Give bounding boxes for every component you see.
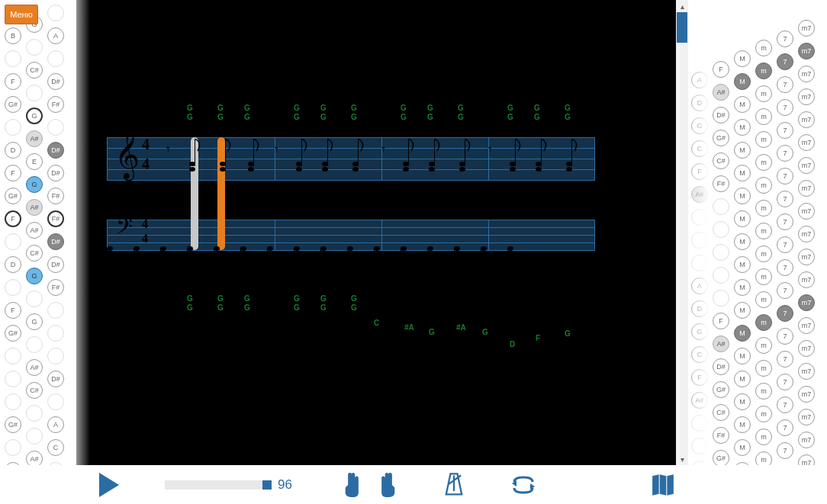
- right-button[interactable]: 7: [777, 374, 793, 390]
- right-button[interactable]: M: [734, 416, 751, 433]
- right-button[interactable]: m: [755, 154, 772, 171]
- tempo-slider[interactable]: [165, 480, 272, 490]
- right-button[interactable]: D#: [713, 107, 729, 124]
- right-button[interactable]: M: [734, 210, 751, 227]
- right-button[interactable]: [691, 255, 708, 271]
- right-button[interactable]: 7: [777, 191, 793, 207]
- right-button[interactable]: m7: [798, 20, 815, 37]
- left-button[interactable]: D: [5, 142, 21, 159]
- left-button[interactable]: A: [47, 416, 64, 433]
- left-button[interactable]: [26, 428, 43, 445]
- left-button[interactable]: [26, 291, 43, 307]
- left-button[interactable]: [5, 233, 21, 250]
- right-button[interactable]: [691, 438, 708, 454]
- right-button[interactable]: C#: [713, 404, 729, 421]
- left-button[interactable]: [47, 50, 64, 67]
- left-button[interactable]: G: [26, 313, 43, 330]
- right-button[interactable]: m7: [798, 134, 815, 151]
- left-button[interactable]: [47, 119, 64, 136]
- right-button[interactable]: m7: [798, 317, 815, 334]
- left-button[interactable]: G#: [5, 188, 21, 204]
- right-button[interactable]: D: [691, 95, 708, 111]
- right-button[interactable]: 7: [777, 305, 793, 322]
- right-button[interactable]: M: [734, 439, 751, 456]
- left-button[interactable]: D#: [47, 142, 64, 159]
- right-button[interactable]: [713, 221, 729, 238]
- right-button[interactable]: m: [755, 360, 772, 377]
- right-button[interactable]: 7: [777, 122, 793, 139]
- right-button[interactable]: 7: [777, 259, 793, 276]
- right-button[interactable]: F: [713, 61, 729, 78]
- right-button[interactable]: 7: [777, 145, 793, 162]
- view-mode-button[interactable]: [651, 473, 675, 497]
- left-button[interactable]: A#: [26, 199, 43, 216]
- left-button[interactable]: [47, 348, 64, 364]
- right-button[interactable]: D: [691, 300, 708, 317]
- right-button[interactable]: M: [734, 348, 751, 364]
- right-button[interactable]: m: [755, 200, 772, 217]
- right-button[interactable]: m: [755, 63, 772, 79]
- right-button[interactable]: A: [691, 72, 708, 88]
- right-button[interactable]: M: [734, 233, 751, 250]
- scroll-track[interactable]: [676, 12, 688, 453]
- right-hand-toggle[interactable]: [376, 473, 397, 497]
- right-button[interactable]: m7: [798, 271, 815, 288]
- left-button[interactable]: A#: [26, 130, 43, 147]
- right-button[interactable]: m7: [798, 363, 815, 380]
- left-button[interactable]: D#: [47, 256, 64, 273]
- left-button[interactable]: D#: [47, 233, 64, 250]
- right-button[interactable]: D#: [713, 358, 729, 375]
- left-button[interactable]: [47, 302, 64, 319]
- left-button[interactable]: F: [5, 210, 21, 227]
- right-button[interactable]: A#: [691, 186, 708, 203]
- right-button[interactable]: M: [734, 302, 751, 319]
- left-button[interactable]: C: [47, 439, 64, 456]
- left-button[interactable]: F: [5, 302, 21, 319]
- right-button[interactable]: G: [691, 323, 708, 340]
- right-button[interactable]: m: [755, 383, 772, 400]
- right-button[interactable]: A#: [691, 392, 708, 409]
- right-button[interactable]: G#: [713, 381, 729, 398]
- right-button[interactable]: m7: [798, 111, 815, 128]
- right-button[interactable]: m7: [798, 249, 815, 265]
- left-button[interactable]: [26, 405, 43, 422]
- right-button[interactable]: m: [755, 131, 772, 148]
- right-button[interactable]: M: [734, 393, 751, 410]
- left-button[interactable]: D#: [47, 371, 64, 387]
- right-button[interactable]: m7: [798, 43, 815, 59]
- left-button[interactable]: F#: [47, 96, 64, 113]
- right-button[interactable]: G#: [713, 450, 729, 467]
- right-button[interactable]: C: [691, 346, 708, 363]
- left-button[interactable]: A#: [26, 359, 43, 376]
- right-button[interactable]: m: [755, 40, 772, 56]
- right-button[interactable]: [713, 267, 729, 284]
- right-button[interactable]: M: [734, 325, 751, 342]
- left-button[interactable]: A#: [26, 222, 43, 239]
- left-hand-toggle[interactable]: [343, 473, 364, 497]
- right-button[interactable]: M: [734, 256, 751, 273]
- left-button[interactable]: [26, 39, 43, 56]
- right-button[interactable]: F#: [713, 175, 729, 192]
- right-button[interactable]: M: [734, 96, 751, 113]
- left-button[interactable]: C#: [26, 382, 43, 399]
- right-button[interactable]: [691, 415, 708, 432]
- left-button[interactable]: G: [26, 176, 43, 193]
- left-button[interactable]: G#: [5, 325, 21, 342]
- right-button[interactable]: m: [755, 177, 772, 194]
- left-button[interactable]: [47, 5, 64, 21]
- left-button[interactable]: G#: [5, 416, 21, 433]
- right-button[interactable]: M: [734, 50, 751, 67]
- left-button[interactable]: [5, 393, 21, 410]
- left-button[interactable]: [26, 85, 43, 101]
- right-button[interactable]: M: [734, 165, 751, 181]
- right-button[interactable]: 7: [777, 168, 793, 185]
- left-button[interactable]: [47, 325, 64, 342]
- right-button[interactable]: M: [734, 188, 751, 204]
- right-button[interactable]: m7: [798, 409, 815, 425]
- right-button[interactable]: [691, 209, 708, 226]
- play-button[interactable]: [99, 473, 119, 497]
- scroll-thumb[interactable]: [677, 12, 687, 43]
- right-button[interactable]: 7: [777, 282, 793, 299]
- left-button[interactable]: G: [26, 268, 43, 284]
- left-button[interactable]: F#: [47, 188, 64, 204]
